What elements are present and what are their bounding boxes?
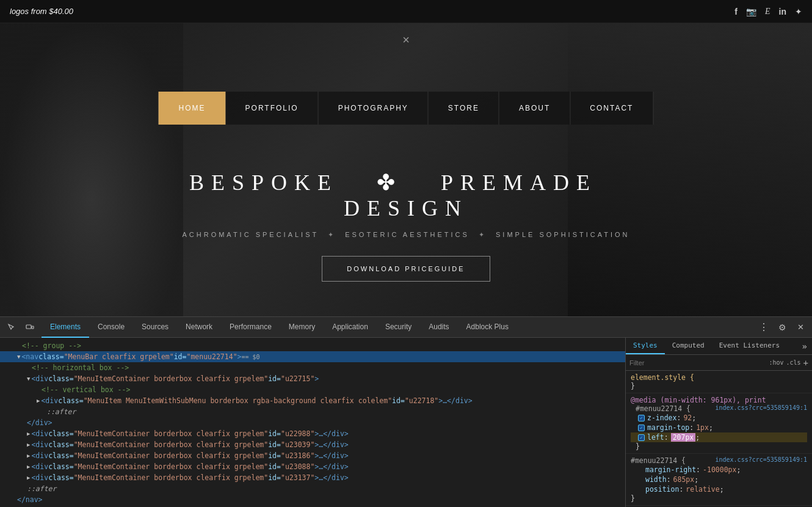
tab-audits[interactable]: Audits — [420, 317, 457, 338]
hero-title: BESPOKE ✤ PREMADE DESIGN — [131, 170, 681, 221]
style-prop-margintop: ✓ margin-top : 1px ; — [631, 423, 807, 432]
tab-performance[interactable]: Performance — [221, 317, 280, 338]
subtitle-dot-1: ✦ — [328, 231, 340, 238]
devtools-body: <!-- group --> ▼ <nav class="MenuBar cle… — [0, 338, 812, 507]
tab-elements[interactable]: Elements — [42, 317, 89, 338]
filter-input[interactable] — [629, 359, 766, 367]
nav-item-store[interactable]: STORE — [429, 92, 499, 125]
instagram-icon[interactable]: 📷 — [746, 7, 756, 16]
device-icon[interactable] — [21, 319, 38, 336]
svg-rect-1 — [32, 326, 34, 329]
social-icons: f 📷 E in ✦ — [734, 7, 802, 16]
pinterest-icon[interactable]: ✦ — [795, 7, 802, 16]
devtools-tabs: Elements Console Sources Network Perform… — [42, 317, 517, 337]
tab-styles[interactable]: Styles — [626, 338, 665, 354]
more-tabs-button[interactable]: ⋮ — [754, 321, 774, 333]
logo-text: logos from $40.00 — [10, 7, 73, 16]
collapse-triangle[interactable]: ▶ — [27, 453, 30, 459]
tab-adblock[interactable]: Adblock Plus — [458, 317, 517, 338]
linkedin-icon[interactable]: in — [779, 7, 786, 16]
style-close-brace: } — [631, 382, 807, 390]
style-at-rule: @media (min-width: 961px), print — [631, 396, 807, 404]
style-prop-width: width : 685px ; — [631, 475, 807, 484]
nav-item-home[interactable]: HOME — [159, 92, 226, 125]
tab-security[interactable]: Security — [377, 317, 420, 338]
html-line[interactable]: ▶ <div class="MenuItemContainer borderbo… — [0, 439, 625, 450]
collapse-triangle[interactable]: ▼ — [27, 376, 30, 382]
inspect-icon[interactable] — [3, 319, 20, 336]
html-line[interactable]: ::after — [0, 483, 625, 494]
style-prop-position: position : relative ; — [631, 484, 807, 494]
etsy-icon[interactable]: E — [765, 7, 770, 16]
nav-item-photography[interactable]: PHOTOGRAPHY — [319, 92, 429, 125]
navigation: HOME PORTFOLIO PHOTOGRAPHY STORE ABOUT C… — [159, 92, 654, 125]
tab-event-listeners[interactable]: Event Listeners — [712, 338, 787, 354]
cls-toggle[interactable]: .cls — [786, 359, 800, 366]
nav-item-contact[interactable]: CONTACT — [570, 92, 653, 125]
html-line[interactable]: ▶ <div class="MenuItemContainer borderbo… — [0, 472, 625, 483]
tab-sources[interactable]: Sources — [133, 317, 177, 338]
collapse-triangle[interactable]: ▶ — [37, 398, 40, 404]
add-style-button[interactable]: + — [803, 358, 808, 368]
tab-application[interactable]: Application — [324, 317, 377, 338]
prop-checkbox[interactable]: ✓ — [638, 434, 645, 441]
style-prop-zindex: ✓ z-index : 92 ; — [631, 413, 807, 423]
styles-filter: :hov .cls + — [626, 355, 812, 371]
hero-subtitle: ACHROMATIC SPECIALIST ✦ ESOTERIC AESTHET… — [131, 231, 681, 239]
html-line[interactable]: ▼ <div class="MenuItemContainer borderbo… — [0, 373, 625, 384]
collapse-triangle[interactable]: ▶ — [27, 431, 30, 437]
style-rule-element: element.style { } — [626, 371, 812, 393]
tab-memory[interactable]: Memory — [280, 317, 324, 338]
style-origin[interactable]: index.css?crc=535859149:1 — [715, 404, 807, 411]
html-line[interactable]: <!-- group --> — [0, 340, 625, 351]
html-line[interactable]: ▶ <div class="MenuItem MenuItemWithSubMe… — [0, 395, 625, 406]
close-devtools-icon[interactable]: ✕ — [792, 319, 809, 336]
prop-checkbox[interactable]: ✓ — [638, 425, 645, 431]
style-origin[interactable]: index.css?crc=535859149:1 — [715, 456, 807, 463]
cta-button[interactable]: DOWNLOAD PRICEGUIDE — [322, 256, 490, 282]
devtools-toolbar: Elements Console Sources Network Perform… — [0, 317, 812, 338]
subtitle-dot-2: ✦ — [479, 231, 491, 238]
style-rule-menuu22714: #menuu22714 { index.css?crc=535859149:1 … — [626, 454, 812, 506]
styles-panel: Styles Computed Event Listeners » :hov .… — [626, 338, 812, 507]
html-line[interactable]: <!-- horizontal box --> — [0, 362, 625, 373]
html-line[interactable]: ▶ <div class="MenuItemContainer borderbo… — [0, 428, 625, 439]
facebook-icon[interactable]: f — [734, 7, 738, 16]
svg-rect-0 — [26, 325, 31, 329]
html-line[interactable]: ::after — [0, 406, 625, 417]
tab-console[interactable]: Console — [89, 317, 133, 338]
nav-item-about[interactable]: ABOUT — [499, 92, 570, 125]
subtitle-part-2: ESOTERIC AESTHETICS — [345, 231, 469, 238]
collapse-triangle[interactable]: ▶ — [27, 442, 30, 448]
tab-network[interactable]: Network — [177, 317, 221, 338]
devtools-panel: Elements Console Sources Network Perform… — [0, 316, 812, 507]
html-line-selected[interactable]: ▼ <nav class="MenuBar clearfix grpelem" … — [0, 351, 625, 362]
hero-content: BESPOKE ✤ PREMADE DESIGN ACHROMATIC SPEC… — [131, 170, 681, 282]
elements-panel[interactable]: <!-- group --> ▼ <nav class="MenuBar cle… — [0, 338, 626, 507]
html-line[interactable]: ▶ <div class="MenuItemContainer borderbo… — [0, 450, 625, 461]
subtitle-part-3: SIMPLE SOPHISTICATION — [496, 231, 630, 238]
collapse-triangle[interactable]: ▶ — [27, 475, 30, 481]
subtitle-part-1: ACHROMATIC SPECIALIST — [182, 231, 319, 238]
style-close-brace: } — [631, 442, 807, 451]
settings-icon[interactable]: ⚙ — [774, 323, 791, 332]
html-line[interactable]: </div> — [0, 417, 625, 428]
collapse-triangle[interactable]: ▼ — [17, 354, 20, 360]
prop-checkbox[interactable]: ✓ — [638, 415, 645, 421]
style-selector: #menuu22714 { index.css?crc=535859149:1 — [631, 456, 807, 465]
website-preview: × HOME PORTFOLIO PHOTOGRAPHY STORE ABOUT… — [0, 23, 812, 316]
html-line[interactable]: ▶ <div class="MenuItemContainer borderbo… — [0, 461, 625, 472]
style-selector: element.style { — [631, 373, 807, 382]
html-line[interactable]: </nav> — [0, 494, 625, 505]
styles-tabs: Styles Computed Event Listeners » — [626, 338, 812, 355]
style-prop-marginright: margin-right : -10000px ; — [631, 465, 807, 475]
nav-item-portfolio[interactable]: PORTFOLIO — [226, 92, 319, 125]
styles-more-button[interactable]: » — [797, 338, 812, 354]
style-close-brace: } — [631, 494, 807, 503]
close-button[interactable]: × — [402, 33, 410, 47]
tab-computed[interactable]: Computed — [665, 338, 712, 354]
hover-toggle[interactable]: :hov — [769, 359, 783, 366]
html-line[interactable]: <!-- vertical box --> — [0, 384, 625, 395]
style-rule-media: @media (min-width: 961px), print #menuu2… — [626, 393, 812, 454]
collapse-triangle[interactable]: ▶ — [27, 464, 30, 470]
